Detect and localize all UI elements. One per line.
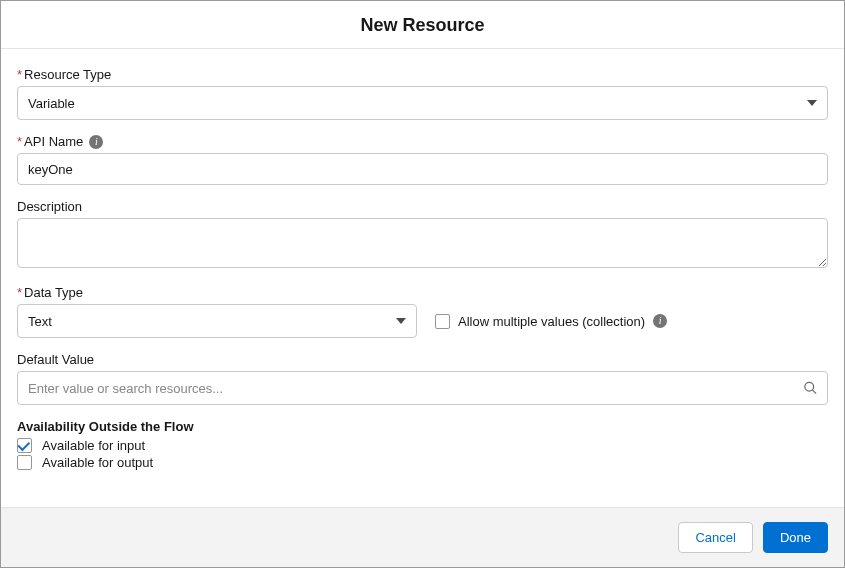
availability-section: Availability Outside the Flow Available … <box>17 419 828 470</box>
available-for-input-row: Available for input <box>17 438 828 453</box>
available-for-output-checkbox[interactable] <box>17 455 32 470</box>
modal-title: New Resource <box>1 15 844 36</box>
modal-header: New Resource <box>1 1 844 49</box>
resource-type-label: *Resource Type <box>17 67 828 82</box>
required-indicator: * <box>17 134 22 149</box>
description-group: Description <box>17 199 828 271</box>
info-icon[interactable]: i <box>89 135 103 149</box>
api-name-label-text: API Name <box>24 134 83 149</box>
availability-heading: Availability Outside the Flow <box>17 419 828 434</box>
available-for-output-label: Available for output <box>42 455 153 470</box>
data-type-value: Text <box>28 314 52 329</box>
data-type-label-text: Data Type <box>24 285 83 300</box>
allow-multiple-label: Allow multiple values (collection) <box>458 314 645 329</box>
description-textarea[interactable] <box>17 218 828 268</box>
info-icon[interactable]: i <box>653 314 667 328</box>
required-indicator: * <box>17 67 22 82</box>
available-for-output-row: Available for output <box>17 455 828 470</box>
cancel-button[interactable]: Cancel <box>678 522 752 553</box>
available-for-input-label: Available for input <box>42 438 145 453</box>
data-type-label: *Data Type <box>17 285 828 300</box>
default-value-label: Default Value <box>17 352 828 367</box>
modal-body: *Resource Type Variable *API Name i Desc… <box>1 49 844 507</box>
available-for-input-checkbox[interactable] <box>17 438 32 453</box>
default-value-group: Default Value <box>17 352 828 405</box>
data-type-select[interactable]: Text <box>17 304 417 338</box>
default-value-input[interactable] <box>17 371 828 405</box>
allow-multiple-checkbox[interactable] <box>435 314 450 329</box>
api-name-group: *API Name i <box>17 134 828 185</box>
new-resource-modal: New Resource *Resource Type Variable *AP… <box>0 0 845 568</box>
api-name-input[interactable] <box>17 153 828 185</box>
required-indicator: * <box>17 285 22 300</box>
resource-type-group: *Resource Type Variable <box>17 67 828 120</box>
done-button[interactable]: Done <box>763 522 828 553</box>
resource-type-value: Variable <box>28 96 75 111</box>
description-label: Description <box>17 199 828 214</box>
resource-type-label-text: Resource Type <box>24 67 111 82</box>
resource-type-select[interactable]: Variable <box>17 86 828 120</box>
chevron-down-icon <box>807 100 817 106</box>
modal-footer: Cancel Done <box>1 507 844 567</box>
api-name-label: *API Name i <box>17 134 828 149</box>
chevron-down-icon <box>396 318 406 324</box>
allow-multiple-row: Allow multiple values (collection) i <box>435 314 667 329</box>
data-type-group: *Data Type Text Allow multiple values (c… <box>17 285 828 338</box>
